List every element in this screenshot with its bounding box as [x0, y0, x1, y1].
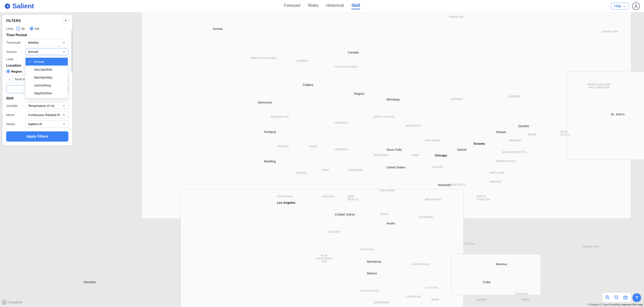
user-icon: [634, 4, 638, 8]
model-label: Model: [6, 122, 23, 126]
nav-risks[interactable]: Risks: [308, 3, 318, 9]
topbar: Salient Forecast Risks Historical Skill …: [0, 0, 644, 12]
camera-icon: [623, 295, 628, 300]
svg-point-4: [625, 297, 626, 298]
zoom-in-icon: [605, 295, 610, 300]
units-us-radio[interactable]: US: [30, 26, 39, 30]
season-option-djf[interactable]: Dec/Jan/Feb: [26, 66, 68, 74]
units-si-text: SI: [22, 27, 24, 30]
svg-point-0: [635, 4, 636, 6]
apply-filters-button[interactable]: Apply Filters: [6, 131, 68, 142]
panel-scrollbar[interactable]: [71, 17, 72, 133]
collapse-button[interactable]: [63, 18, 68, 24]
season-dropdown: Annual Dec/Jan/Feb Mar/Apr/May Jun/Jul/A…: [25, 57, 68, 98]
timescale-select[interactable]: Weekly: [25, 39, 68, 46]
country-republ: Republ: [522, 298, 530, 301]
water-sargasso: Sargasso Sea: [582, 245, 599, 248]
chevron-down-icon: [62, 122, 66, 126]
help-button[interactable]: Help: [611, 3, 629, 10]
units-us-text: US: [35, 27, 39, 30]
map-controls: [602, 292, 631, 302]
nav-forecast[interactable]: Forecast: [284, 3, 300, 9]
country-jamaica: Jamaica: [476, 298, 486, 301]
season-label: Season: [6, 50, 23, 54]
model-select[interactable]: Salient v9: [25, 120, 68, 128]
attrib-mapbox[interactable]: © Mapbox: [588, 303, 600, 306]
topbar-right: Help: [611, 2, 640, 10]
season-option-jja[interactable]: Jun/Jul/Aug: [26, 81, 68, 89]
user-avatar[interactable]: [632, 2, 640, 10]
region-radio[interactable]: Region: [6, 70, 22, 73]
stage: Hudson Bay Labrador Sea Gulf of Mexico S…: [0, 12, 644, 307]
timescale-label: Timescale: [6, 41, 23, 44]
chevron-down-icon: [62, 113, 66, 117]
variable-label: Variable: [6, 104, 23, 108]
time-period-title: Time Period: [6, 33, 68, 37]
model-value: Salient v9: [28, 122, 42, 126]
region-label: Region: [11, 70, 22, 73]
timescale-value: Weekly: [28, 41, 38, 44]
screenshot-button[interactable]: [622, 294, 628, 300]
season-select[interactable]: Annual: [25, 48, 68, 55]
metric-select[interactable]: Continuous Ranked Pr: [25, 111, 68, 118]
season-option-mam[interactable]: Mar/Apr/May: [26, 74, 68, 81]
variable-value: Temperature (2 m): [28, 104, 54, 108]
variable-select[interactable]: Temperature (2 m): [25, 102, 68, 109]
zoom-in-button[interactable]: [604, 294, 610, 300]
brand-name: Salient: [12, 2, 34, 10]
season-value: Annual: [28, 50, 38, 54]
filters-title: FILTERS: [6, 19, 21, 23]
mapbox-logo-text: mapbox: [8, 300, 22, 304]
units-label: Units: [6, 27, 14, 30]
filters-panel: FILTERS Units SI US Time Period Timescal…: [2, 14, 72, 146]
brand-mark-icon: [4, 3, 11, 9]
top-nav: Forecast Risks Historical Skill: [284, 3, 360, 9]
arrow-up-icon: [64, 19, 67, 22]
svg-rect-3: [624, 296, 628, 299]
city-honolulu: Honolulu: [84, 280, 96, 284]
season-option-son[interactable]: Sep/Oct/Nov: [26, 89, 68, 97]
prov-fl: FLORIDA: [464, 242, 475, 245]
season-option-annual[interactable]: Annual: [26, 58, 68, 66]
metric-label: Metric: [6, 113, 23, 117]
brand-logo[interactable]: Salient: [4, 2, 34, 10]
help-fab[interactable]: ?: [632, 293, 641, 302]
map[interactable]: Hudson Bay Labrador Sea Gulf of Mexico S…: [0, 12, 644, 307]
chevron-down-icon: [62, 41, 66, 44]
crumb-back-button[interactable]: ‹: [6, 75, 12, 83]
attrib-improve[interactable]: Improve this map: [622, 303, 643, 306]
lead-label: Lead: [6, 57, 23, 61]
chevron-down-icon: [62, 104, 66, 108]
zoom-out-icon: [614, 295, 619, 300]
zoom-out-button[interactable]: [614, 294, 620, 300]
metric-value: Continuous Ranked Pr: [28, 113, 60, 117]
map-attribution: © Mapbox © OpenStreetMap Improve this ma…: [588, 303, 643, 306]
mapbox-logo-icon: ◐: [2, 300, 7, 304]
attrib-osm[interactable]: © OpenStreetMap: [600, 303, 621, 306]
chevron-up-icon: [62, 50, 66, 54]
units-si-radio[interactable]: SI: [16, 26, 24, 30]
nav-historical[interactable]: Historical: [326, 3, 344, 9]
chevron-down-icon: [623, 5, 626, 8]
nav-skill[interactable]: Skill: [352, 3, 360, 9]
mapbox-logo[interactable]: ◐ mapbox: [2, 300, 22, 304]
help-label: Help: [614, 4, 621, 8]
